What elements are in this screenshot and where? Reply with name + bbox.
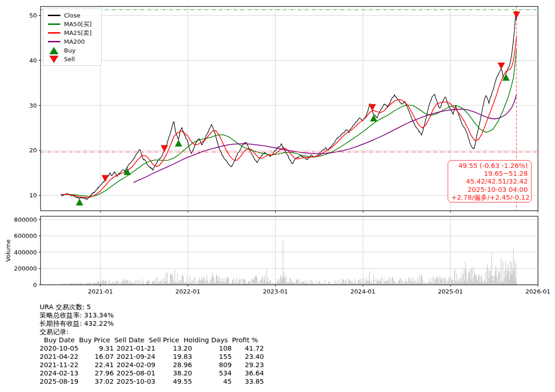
volume-bars <box>61 241 517 285</box>
legend-line-sample <box>47 32 61 34</box>
sell-marker <box>513 12 520 18</box>
legend-label: Buy <box>64 47 76 54</box>
volume-tick-label: 0 <box>33 282 37 288</box>
x-tick-label: 2021-01 <box>88 288 113 295</box>
volume-tick-label: 600000 <box>14 232 37 239</box>
trade-row: 2020-10-059.312021-01-2113.2010841.72 <box>40 344 264 352</box>
legend-item-ma25-: MA25[卖] <box>47 29 98 37</box>
trade-cell-sell-date: 2025-08-01 <box>114 369 162 377</box>
sell-marker <box>101 175 109 182</box>
legend: CloseMA50[买]MA25[卖]MA200BuySell <box>43 8 102 66</box>
trade-cell-sell-date: 2021-01-21 <box>114 344 162 352</box>
volume-tick-label: 800000 <box>14 216 37 223</box>
legend-item-close: Close <box>47 11 98 20</box>
annotation-ma-line: 45.42/42.51/32.42 <box>451 178 528 185</box>
trade-cell-holding-days: 155 <box>192 352 232 361</box>
records-title: 交易记录: <box>40 328 264 336</box>
trades-table: 2020-10-059.312021-01-2113.2010841.72202… <box>40 344 264 386</box>
legend-label: Close <box>64 12 80 19</box>
legend-item-ma200: MA200 <box>47 37 98 46</box>
trade-row: 2024-02-1327.962025-08-0138.2053436.64 <box>40 369 264 377</box>
trade-cell-profit-: 23.40 <box>232 352 264 361</box>
trade-cell-buy-date: 2021-11-22 <box>40 361 85 369</box>
legend-item-ma50-: MA50[买] <box>47 20 98 29</box>
trade-cell-sell-price: 13.20 <box>162 344 192 352</box>
x-tick-label: 2024-01 <box>351 288 375 295</box>
trade-cell-holding-days: 534 <box>192 369 232 377</box>
trade-cell-sell-date: 2025-10-03 <box>114 377 162 386</box>
trade-cell-buy-price: 9.31 <box>85 344 114 352</box>
legend-item-sell: Sell <box>47 55 98 63</box>
trade-cell-buy-price: 16.07 <box>85 352 114 361</box>
price-tick-label: 30 <box>29 102 37 109</box>
annotation-price-line: 49.55 (-0.63 -1.26%) <box>451 162 528 170</box>
legend-item-buy: Buy <box>47 46 98 55</box>
buy-marker <box>370 115 377 121</box>
trade-cell-profit-: 29.23 <box>232 361 264 369</box>
trade-cell-buy-price: 27.96 <box>85 369 114 377</box>
trade-cell-buy-date: 2025-08-19 <box>40 377 85 386</box>
trade-cell-holding-days: 108 <box>192 344 232 352</box>
trade-cell-holding-days: 45 <box>192 377 232 386</box>
trade-cell-sell-price: 38.20 <box>162 369 192 377</box>
price-tick-label: 10 <box>29 192 37 199</box>
sell-triangle-icon <box>47 56 61 63</box>
trade-cell-sell-price: 49.55 <box>162 377 192 386</box>
sell-marker <box>368 104 376 111</box>
trade-cell-profit-: 33.85 <box>232 377 264 386</box>
trades-table-header: Buy Date Buy Price Sell Date Sell Price … <box>40 336 264 344</box>
buy-marker <box>175 139 182 146</box>
buy-markers <box>76 74 510 206</box>
annotation-date-line: 2025-10-03 04:00 <box>451 186 528 194</box>
legend-label: Sell <box>64 56 75 63</box>
buy-marker <box>76 198 83 205</box>
legend-label: MA25[卖] <box>64 29 92 37</box>
legend-line-sample <box>47 23 61 25</box>
price-tick-label: 40 <box>29 57 37 64</box>
trade-cell-profit-: 36.64 <box>232 369 264 377</box>
x-tick-label: 2026-01 <box>526 288 550 295</box>
legend-label: MA200 <box>64 38 85 45</box>
trade-row: 2021-04-2216.072021-09-2419.8315523.40 <box>40 352 264 361</box>
trade-cell-sell-date: 2021-09-24 <box>114 352 162 361</box>
trade-cell-sell-price: 19.83 <box>162 352 192 361</box>
volume-tick-label: 400000 <box>14 249 37 256</box>
figure: 2021-012022-012023-012024-012025-012026-… <box>0 0 555 392</box>
buy-hold-return-line: 长期持有收益: 432.22% <box>40 319 264 328</box>
legend-label: MA50[买] <box>64 20 92 29</box>
annotation-signal-line: +2.78/偏多/+2.45/-0.12 <box>451 194 528 202</box>
trade-cell-buy-date: 2020-10-05 <box>40 344 85 352</box>
trade-cell-profit-: 41.72 <box>232 344 264 352</box>
trade-row: 2025-08-1937.022025-10-0349.554533.85 <box>40 377 264 386</box>
legend-line-sample <box>47 41 61 42</box>
price-tick-label: 20 <box>29 147 37 154</box>
annotation-range-line: 19.65~51.28 <box>451 170 528 178</box>
sell-marker <box>497 63 505 69</box>
buy-marker <box>502 74 510 81</box>
trade-cell-holding-days: 809 <box>192 361 232 369</box>
volume-tick-label: 200000 <box>14 265 37 272</box>
sell-marker <box>161 145 168 152</box>
trade-cell-buy-price: 22.41 <box>85 361 114 369</box>
volume-ylabel: Volume <box>5 239 12 261</box>
trade-cell-sell-date: 2024-02-09 <box>114 361 162 369</box>
trade-row: 2021-11-2222.412024-02-0928.9680929.23 <box>40 361 264 369</box>
x-tick-label: 2022-01 <box>175 288 200 295</box>
trade-cell-buy-date: 2024-02-13 <box>40 369 85 377</box>
annotation-box: 49.55 (-0.63 -1.26%) 19.65~51.28 45.42/4… <box>448 160 532 202</box>
buy-triangle-icon <box>47 47 61 54</box>
trade-cell-sell-price: 28.96 <box>162 361 192 369</box>
trade-cell-buy-date: 2021-04-22 <box>40 352 85 361</box>
strategy-return-line: 策略总收益率: 313.34% <box>40 311 264 319</box>
x-tick-label: 2025-01 <box>438 288 463 295</box>
stats-block: URA 交易次数: 5 策略总收益率: 313.34% 长期持有收益: 432.… <box>40 303 264 386</box>
price-tick-label: 50 <box>29 12 37 19</box>
x-tick-label: 2023-01 <box>263 288 288 295</box>
trade-cell-buy-price: 37.02 <box>85 377 114 386</box>
trade-count-line: URA 交易次数: 5 <box>40 303 264 311</box>
gridlines <box>41 6 538 285</box>
legend-line-sample <box>47 15 61 16</box>
